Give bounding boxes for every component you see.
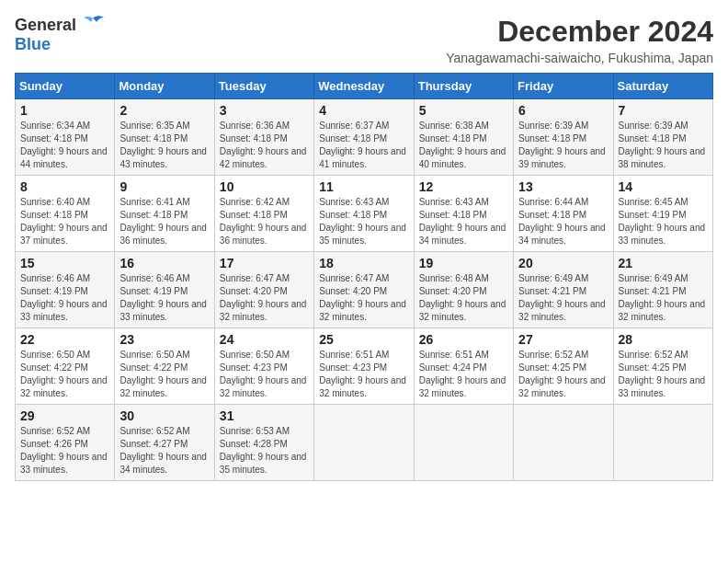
header-monday: Monday bbox=[115, 74, 214, 99]
day-number: 20 bbox=[518, 256, 608, 270]
calendar-cell: 24 Sunrise: 6:50 AM Sunset: 4:23 PM Dayl… bbox=[214, 328, 313, 405]
cell-info: Sunrise: 6:52 AM Sunset: 4:27 PM Dayligh… bbox=[119, 425, 209, 477]
day-number: 21 bbox=[619, 256, 708, 270]
calendar-cell: 10 Sunrise: 6:42 AM Sunset: 4:18 PM Dayl… bbox=[214, 176, 313, 252]
day-number: 16 bbox=[119, 256, 209, 270]
cell-info: Sunrise: 6:43 AM Sunset: 4:18 PM Dayligh… bbox=[319, 196, 408, 247]
cell-info: Sunrise: 6:35 AM Sunset: 4:18 PM Dayligh… bbox=[119, 120, 209, 171]
cell-info: Sunrise: 6:48 AM Sunset: 4:20 PM Dayligh… bbox=[419, 272, 508, 324]
calendar-cell: 18 Sunrise: 6:47 AM Sunset: 4:20 PM Dayl… bbox=[314, 252, 414, 328]
calendar-cell: 31 Sunrise: 6:53 AM Sunset: 4:28 PM Dayl… bbox=[214, 405, 313, 481]
calendar-cell: 9 Sunrise: 6:41 AM Sunset: 4:18 PM Dayli… bbox=[115, 176, 214, 252]
day-number: 1 bbox=[20, 103, 109, 118]
cell-info: Sunrise: 6:43 AM Sunset: 4:18 PM Dayligh… bbox=[419, 196, 508, 247]
calendar-cell: 17 Sunrise: 6:47 AM Sunset: 4:20 PM Dayl… bbox=[214, 252, 313, 328]
cell-info: Sunrise: 6:38 AM Sunset: 4:18 PM Dayligh… bbox=[419, 120, 508, 171]
logo-blue: Blue bbox=[15, 35, 51, 53]
day-number: 14 bbox=[619, 179, 708, 194]
day-number: 24 bbox=[220, 332, 309, 347]
title-block: December 2024 Yanagawamachi-saiwaicho, F… bbox=[446, 15, 713, 65]
day-number: 2 bbox=[119, 103, 209, 118]
calendar-cell: 4 Sunrise: 6:37 AM Sunset: 4:18 PM Dayli… bbox=[314, 99, 414, 176]
calendar-cell: 21 Sunrise: 6:49 AM Sunset: 4:21 PM Dayl… bbox=[613, 252, 712, 328]
day-number: 6 bbox=[518, 103, 608, 118]
calendar-cell: 19 Sunrise: 6:48 AM Sunset: 4:20 PM Dayl… bbox=[414, 252, 513, 328]
cell-info: Sunrise: 6:52 AM Sunset: 4:25 PM Dayligh… bbox=[619, 349, 708, 400]
cell-info: Sunrise: 6:39 AM Sunset: 4:18 PM Dayligh… bbox=[619, 120, 708, 171]
header-thursday: Thursday bbox=[414, 74, 513, 99]
header-friday: Friday bbox=[514, 74, 613, 99]
cell-info: Sunrise: 6:36 AM Sunset: 4:18 PM Dayligh… bbox=[220, 120, 309, 171]
logo-bird-icon bbox=[80, 15, 106, 35]
calendar-cell: 14 Sunrise: 6:45 AM Sunset: 4:19 PM Dayl… bbox=[613, 176, 712, 252]
cell-info: Sunrise: 6:49 AM Sunset: 4:21 PM Dayligh… bbox=[518, 272, 608, 324]
cell-info: Sunrise: 6:50 AM Sunset: 4:22 PM Dayligh… bbox=[20, 349, 109, 400]
cell-info: Sunrise: 6:40 AM Sunset: 4:18 PM Dayligh… bbox=[20, 196, 109, 247]
day-number: 23 bbox=[119, 332, 209, 347]
cell-info: Sunrise: 6:50 AM Sunset: 4:23 PM Dayligh… bbox=[220, 349, 309, 400]
day-number: 11 bbox=[319, 179, 408, 194]
calendar-cell: 25 Sunrise: 6:51 AM Sunset: 4:23 PM Dayl… bbox=[314, 328, 414, 405]
cell-info: Sunrise: 6:46 AM Sunset: 4:19 PM Dayligh… bbox=[20, 272, 109, 324]
calendar-cell bbox=[414, 405, 513, 481]
calendar-cell: 22 Sunrise: 6:50 AM Sunset: 4:22 PM Dayl… bbox=[16, 328, 115, 405]
day-number: 4 bbox=[319, 103, 408, 118]
day-number: 12 bbox=[419, 179, 508, 194]
calendar-cell: 2 Sunrise: 6:35 AM Sunset: 4:18 PM Dayli… bbox=[115, 99, 214, 176]
cell-info: Sunrise: 6:45 AM Sunset: 4:19 PM Dayligh… bbox=[619, 196, 708, 247]
cell-info: Sunrise: 6:46 AM Sunset: 4:19 PM Dayligh… bbox=[119, 272, 209, 324]
logo: General Blue bbox=[15, 15, 106, 54]
calendar-cell: 13 Sunrise: 6:44 AM Sunset: 4:18 PM Dayl… bbox=[514, 176, 613, 252]
cell-info: Sunrise: 6:47 AM Sunset: 4:20 PM Dayligh… bbox=[220, 272, 309, 324]
calendar-cell: 12 Sunrise: 6:43 AM Sunset: 4:18 PM Dayl… bbox=[414, 176, 513, 252]
day-number: 10 bbox=[220, 179, 309, 194]
cell-info: Sunrise: 6:34 AM Sunset: 4:18 PM Dayligh… bbox=[20, 120, 109, 171]
calendar-week-row: 1 Sunrise: 6:34 AM Sunset: 4:18 PM Dayli… bbox=[16, 99, 713, 176]
day-number: 30 bbox=[119, 408, 209, 423]
logo-general: General bbox=[15, 16, 76, 35]
calendar-header-row: SundayMondayTuesdayWednesdayThursdayFrid… bbox=[16, 74, 713, 99]
calendar-cell: 5 Sunrise: 6:38 AM Sunset: 4:18 PM Dayli… bbox=[414, 99, 513, 176]
calendar-cell: 15 Sunrise: 6:46 AM Sunset: 4:19 PM Dayl… bbox=[16, 252, 115, 328]
calendar-cell: 30 Sunrise: 6:52 AM Sunset: 4:27 PM Dayl… bbox=[115, 405, 214, 481]
day-number: 3 bbox=[220, 103, 309, 118]
header-saturday: Saturday bbox=[613, 74, 712, 99]
location-title: Yanagawamachi-saiwaicho, Fukushima, Japa… bbox=[446, 51, 713, 65]
cell-info: Sunrise: 6:42 AM Sunset: 4:18 PM Dayligh… bbox=[220, 196, 309, 247]
day-number: 5 bbox=[419, 103, 508, 118]
day-number: 15 bbox=[20, 256, 109, 270]
month-title: December 2024 bbox=[446, 15, 713, 49]
cell-info: Sunrise: 6:53 AM Sunset: 4:28 PM Dayligh… bbox=[220, 425, 309, 477]
calendar-cell: 11 Sunrise: 6:43 AM Sunset: 4:18 PM Dayl… bbox=[314, 176, 414, 252]
calendar-cell: 20 Sunrise: 6:49 AM Sunset: 4:21 PM Dayl… bbox=[514, 252, 613, 328]
day-number: 31 bbox=[220, 408, 309, 423]
day-number: 13 bbox=[518, 179, 608, 194]
calendar-table: SundayMondayTuesdayWednesdayThursdayFrid… bbox=[15, 73, 713, 481]
page-header: General Blue December 2024 Yanagawamachi… bbox=[15, 15, 713, 65]
day-number: 18 bbox=[319, 256, 408, 270]
day-number: 25 bbox=[319, 332, 408, 347]
cell-info: Sunrise: 6:41 AM Sunset: 4:18 PM Dayligh… bbox=[119, 196, 209, 247]
calendar-cell: 3 Sunrise: 6:36 AM Sunset: 4:18 PM Dayli… bbox=[214, 99, 313, 176]
day-number: 8 bbox=[20, 179, 109, 194]
header-sunday: Sunday bbox=[16, 74, 115, 99]
day-number: 7 bbox=[619, 103, 708, 118]
calendar-cell bbox=[514, 405, 613, 481]
day-number: 28 bbox=[619, 332, 708, 347]
cell-info: Sunrise: 6:47 AM Sunset: 4:20 PM Dayligh… bbox=[319, 272, 408, 324]
calendar-cell: 7 Sunrise: 6:39 AM Sunset: 4:18 PM Dayli… bbox=[613, 99, 712, 176]
cell-info: Sunrise: 6:51 AM Sunset: 4:24 PM Dayligh… bbox=[419, 349, 508, 400]
calendar-cell: 16 Sunrise: 6:46 AM Sunset: 4:19 PM Dayl… bbox=[115, 252, 214, 328]
calendar-week-row: 22 Sunrise: 6:50 AM Sunset: 4:22 PM Dayl… bbox=[16, 328, 713, 405]
day-number: 19 bbox=[419, 256, 508, 270]
calendar-cell: 29 Sunrise: 6:52 AM Sunset: 4:26 PM Dayl… bbox=[16, 405, 115, 481]
cell-info: Sunrise: 6:39 AM Sunset: 4:18 PM Dayligh… bbox=[518, 120, 608, 171]
day-number: 27 bbox=[518, 332, 608, 347]
calendar-cell bbox=[314, 405, 414, 481]
cell-info: Sunrise: 6:52 AM Sunset: 4:26 PM Dayligh… bbox=[20, 425, 109, 477]
cell-info: Sunrise: 6:51 AM Sunset: 4:23 PM Dayligh… bbox=[319, 349, 408, 400]
calendar-cell: 26 Sunrise: 6:51 AM Sunset: 4:24 PM Dayl… bbox=[414, 328, 513, 405]
calendar-cell: 1 Sunrise: 6:34 AM Sunset: 4:18 PM Dayli… bbox=[16, 99, 115, 176]
cell-info: Sunrise: 6:50 AM Sunset: 4:22 PM Dayligh… bbox=[119, 349, 209, 400]
calendar-cell: 27 Sunrise: 6:52 AM Sunset: 4:25 PM Dayl… bbox=[514, 328, 613, 405]
